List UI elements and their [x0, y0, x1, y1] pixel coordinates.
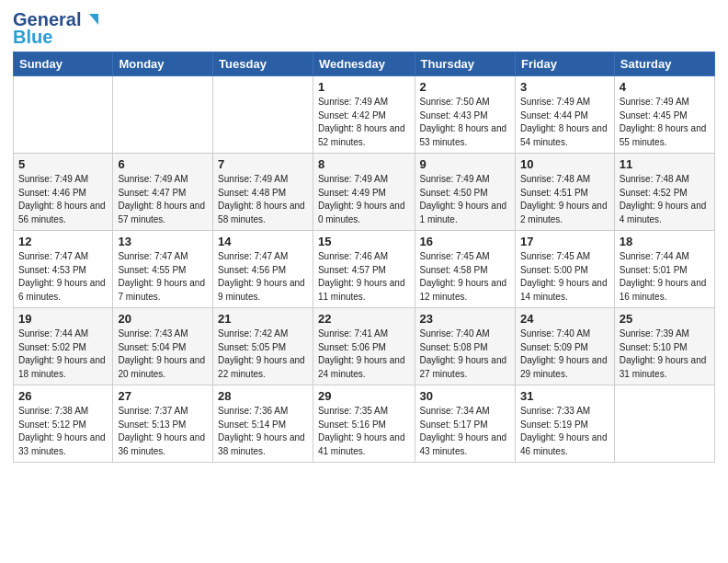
- cell-date: 27: [118, 389, 208, 403]
- calendar-cell: 3Sunrise: 7:49 AMSunset: 4:44 PMDaylight…: [515, 76, 614, 154]
- calendar-cell: 11Sunrise: 7:48 AMSunset: 4:52 PMDayligh…: [614, 154, 714, 231]
- svg-marker-0: [89, 14, 98, 25]
- calendar-cell: 14Sunrise: 7:47 AMSunset: 4:56 PMDayligh…: [213, 231, 313, 308]
- cell-date: 26: [18, 389, 108, 403]
- cell-date: 24: [520, 312, 609, 326]
- cell-info: Sunrise: 7:38 AMSunset: 5:12 PMDaylight:…: [18, 406, 106, 456]
- calendar-cell: 20Sunrise: 7:43 AMSunset: 5:04 PMDayligh…: [113, 308, 213, 385]
- cell-info: Sunrise: 7:33 AMSunset: 5:19 PMDaylight:…: [520, 406, 608, 456]
- cell-info: Sunrise: 7:49 AMSunset: 4:46 PMDaylight:…: [18, 174, 106, 224]
- cell-info: Sunrise: 7:50 AMSunset: 4:43 PMDaylight:…: [420, 97, 507, 147]
- calendar-cell: 27Sunrise: 7:37 AMSunset: 5:13 PMDayligh…: [113, 385, 213, 463]
- calendar-cell: 6Sunrise: 7:49 AMSunset: 4:47 PMDaylight…: [113, 154, 213, 231]
- cell-info: Sunrise: 7:47 AMSunset: 4:53 PMDaylight:…: [18, 251, 106, 302]
- cell-date: 22: [318, 312, 410, 326]
- cell-info: Sunrise: 7:35 AMSunset: 5:16 PMDaylight:…: [318, 406, 405, 456]
- calendar-cell: 16Sunrise: 7:45 AMSunset: 4:58 PMDayligh…: [415, 231, 515, 308]
- cell-date: 30: [420, 389, 510, 403]
- logo-blue: Blue: [13, 27, 52, 48]
- cell-info: Sunrise: 7:47 AMSunset: 4:55 PMDaylight:…: [118, 251, 205, 302]
- weekday-header-thursday: Thursday: [415, 52, 515, 76]
- cell-date: 1: [318, 80, 410, 94]
- calendar-cell: 8Sunrise: 7:49 AMSunset: 4:49 PMDaylight…: [313, 154, 415, 231]
- week-row-1: 1Sunrise: 7:49 AMSunset: 4:42 PMDaylight…: [14, 76, 715, 154]
- cell-info: Sunrise: 7:42 AMSunset: 5:05 PMDaylight:…: [218, 328, 305, 379]
- calendar-table: SundayMondayTuesdayWednesdayThursdayFrid…: [13, 52, 715, 463]
- cell-info: Sunrise: 7:48 AMSunset: 4:51 PMDaylight:…: [520, 174, 608, 224]
- calendar-cell: 22Sunrise: 7:41 AMSunset: 5:06 PMDayligh…: [313, 308, 415, 385]
- cell-info: Sunrise: 7:46 AMSunset: 4:57 PMDaylight:…: [318, 251, 405, 302]
- cell-date: 19: [18, 312, 108, 326]
- calendar-cell: 23Sunrise: 7:40 AMSunset: 5:08 PMDayligh…: [415, 308, 515, 385]
- cell-info: Sunrise: 7:48 AMSunset: 4:52 PMDaylight:…: [620, 174, 707, 224]
- cell-info: Sunrise: 7:41 AMSunset: 5:06 PMDaylight:…: [318, 328, 405, 379]
- logo-icon: [82, 10, 102, 30]
- cell-info: Sunrise: 7:39 AMSunset: 5:10 PMDaylight:…: [620, 328, 707, 379]
- calendar-cell: 9Sunrise: 7:49 AMSunset: 4:50 PMDaylight…: [415, 154, 515, 231]
- cell-date: 20: [118, 312, 208, 326]
- cell-date: 5: [18, 157, 108, 171]
- cell-date: 7: [218, 157, 308, 171]
- week-row-5: 26Sunrise: 7:38 AMSunset: 5:12 PMDayligh…: [14, 385, 715, 463]
- cell-date: 23: [420, 312, 510, 326]
- weekday-header-monday: Monday: [113, 52, 213, 76]
- weekday-header-saturday: Saturday: [614, 52, 714, 76]
- calendar-cell: [213, 76, 313, 154]
- calendar-cell: 2Sunrise: 7:50 AMSunset: 4:43 PMDaylight…: [415, 76, 515, 154]
- cell-info: Sunrise: 7:49 AMSunset: 4:44 PMDaylight:…: [520, 97, 608, 147]
- cell-info: Sunrise: 7:44 AMSunset: 5:01 PMDaylight:…: [620, 251, 707, 302]
- weekday-header-wednesday: Wednesday: [313, 52, 415, 76]
- cell-date: 15: [318, 235, 410, 248]
- cell-info: Sunrise: 7:47 AMSunset: 4:56 PMDaylight:…: [218, 251, 305, 302]
- calendar-cell: [14, 76, 113, 154]
- weekday-header-sunday: Sunday: [14, 52, 113, 76]
- calendar-cell: 30Sunrise: 7:34 AMSunset: 5:17 PMDayligh…: [415, 385, 515, 463]
- weekday-header-friday: Friday: [515, 52, 614, 76]
- cell-date: 4: [620, 80, 710, 94]
- cell-info: Sunrise: 7:45 AMSunset: 5:00 PMDaylight:…: [520, 251, 608, 302]
- cell-info: Sunrise: 7:49 AMSunset: 4:42 PMDaylight:…: [318, 97, 405, 147]
- cell-info: Sunrise: 7:40 AMSunset: 5:09 PMDaylight:…: [520, 328, 608, 379]
- cell-date: 21: [218, 312, 308, 326]
- cell-date: 3: [520, 80, 609, 94]
- cell-date: 31: [520, 389, 609, 403]
- logo-area: General Blue: [13, 9, 102, 48]
- calendar-cell: 10Sunrise: 7:48 AMSunset: 4:51 PMDayligh…: [515, 154, 614, 231]
- cell-date: 9: [420, 157, 510, 171]
- calendar-cell: [113, 76, 213, 154]
- calendar-cell: 12Sunrise: 7:47 AMSunset: 4:53 PMDayligh…: [14, 231, 113, 308]
- cell-info: Sunrise: 7:36 AMSunset: 5:14 PMDaylight:…: [218, 406, 305, 456]
- cell-date: 29: [318, 389, 410, 403]
- calendar-cell: 24Sunrise: 7:40 AMSunset: 5:09 PMDayligh…: [515, 308, 614, 385]
- cell-date: 28: [218, 389, 308, 403]
- cell-date: 6: [118, 157, 208, 171]
- calendar-cell: 4Sunrise: 7:49 AMSunset: 4:45 PMDaylight…: [614, 76, 714, 154]
- cell-info: Sunrise: 7:34 AMSunset: 5:17 PMDaylight:…: [420, 406, 507, 456]
- cell-date: 13: [118, 235, 208, 248]
- week-row-3: 12Sunrise: 7:47 AMSunset: 4:53 PMDayligh…: [14, 231, 715, 308]
- cell-info: Sunrise: 7:49 AMSunset: 4:49 PMDaylight:…: [318, 174, 405, 224]
- calendar-cell: 17Sunrise: 7:45 AMSunset: 5:00 PMDayligh…: [515, 231, 614, 308]
- calendar-cell: 21Sunrise: 7:42 AMSunset: 5:05 PMDayligh…: [213, 308, 313, 385]
- page: General Blue SundayMondayTuesdayWednesda…: [0, 0, 728, 563]
- cell-date: 14: [218, 235, 308, 248]
- week-row-4: 19Sunrise: 7:44 AMSunset: 5:02 PMDayligh…: [14, 308, 715, 385]
- calendar-cell: 5Sunrise: 7:49 AMSunset: 4:46 PMDaylight…: [14, 154, 113, 231]
- calendar-cell: 31Sunrise: 7:33 AMSunset: 5:19 PMDayligh…: [515, 385, 614, 463]
- calendar-cell: 18Sunrise: 7:44 AMSunset: 5:01 PMDayligh…: [614, 231, 714, 308]
- cell-date: 25: [620, 312, 710, 326]
- cell-date: 18: [620, 235, 710, 248]
- header: General Blue: [13, 9, 715, 48]
- cell-info: Sunrise: 7:43 AMSunset: 5:04 PMDaylight:…: [118, 328, 205, 379]
- cell-info: Sunrise: 7:40 AMSunset: 5:08 PMDaylight:…: [420, 328, 507, 379]
- cell-date: 10: [520, 157, 609, 171]
- calendar-cell: 13Sunrise: 7:47 AMSunset: 4:55 PMDayligh…: [113, 231, 213, 308]
- calendar-cell: 26Sunrise: 7:38 AMSunset: 5:12 PMDayligh…: [14, 385, 113, 463]
- cell-date: 2: [420, 80, 510, 94]
- cell-info: Sunrise: 7:49 AMSunset: 4:47 PMDaylight:…: [118, 174, 205, 224]
- cell-info: Sunrise: 7:49 AMSunset: 4:45 PMDaylight:…: [620, 97, 707, 147]
- cell-date: 17: [520, 235, 609, 248]
- cell-info: Sunrise: 7:45 AMSunset: 4:58 PMDaylight:…: [420, 251, 507, 302]
- cell-date: 8: [318, 157, 410, 171]
- cell-info: Sunrise: 7:37 AMSunset: 5:13 PMDaylight:…: [118, 406, 205, 456]
